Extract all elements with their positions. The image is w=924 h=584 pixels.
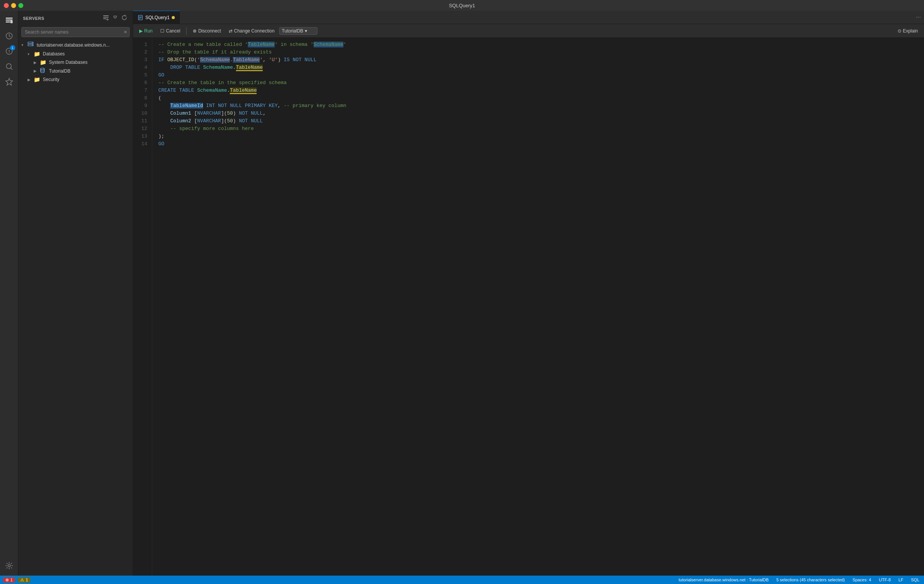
warning-count: 1 bbox=[26, 577, 28, 582]
refresh-button[interactable] bbox=[120, 14, 128, 23]
close-button[interactable] bbox=[4, 3, 9, 8]
activity-connections[interactable] bbox=[2, 14, 16, 28]
tab-more-button[interactable]: ··· bbox=[913, 14, 924, 21]
server-label: tutorialserver.database.windows.n... bbox=[37, 43, 110, 48]
change-conn-icon: ⇄ bbox=[229, 28, 233, 34]
line-number: 1 bbox=[133, 41, 152, 49]
change-connection-button[interactable]: ⇄ Change Connection bbox=[226, 27, 278, 35]
activity-history[interactable] bbox=[2, 29, 16, 43]
sidebar-header: SERVERS bbox=[18, 11, 133, 26]
svg-point-21 bbox=[32, 45, 33, 46]
toolbar: ▶ Run ☐ Cancel ⊗ Disconnect ⇄ Change Con… bbox=[133, 24, 924, 38]
activity-bar: 1 bbox=[0, 11, 18, 576]
line-ending-label: LF bbox=[898, 577, 903, 582]
run-icon: ▶ bbox=[139, 28, 143, 34]
databases-label: Databases bbox=[43, 51, 64, 57]
status-warnings[interactable]: ⚠ 1 bbox=[18, 577, 30, 582]
svg-rect-0 bbox=[6, 18, 13, 19]
code-content[interactable]: -- Create a new table called 'TableName'… bbox=[152, 38, 924, 576]
editor-area: SQLQuery1 ··· ▶ Run ☐ Cancel ⊗ Disconnec… bbox=[133, 11, 924, 576]
svg-rect-13 bbox=[103, 17, 109, 18]
tree-item-databases[interactable]: ▾ 📁 Databases bbox=[18, 50, 133, 58]
database-icon bbox=[40, 67, 48, 74]
window-title: SQLQuery1 bbox=[449, 3, 475, 8]
encoding-label: UTF-8 bbox=[879, 577, 891, 582]
activity-search[interactable] bbox=[2, 59, 16, 73]
server-icon bbox=[28, 41, 35, 49]
server-status-label: tutorialserver.database.windows.net : Tu… bbox=[678, 577, 768, 582]
tab-modified-dot bbox=[172, 16, 175, 19]
collapse-button[interactable] bbox=[111, 14, 119, 23]
server-tree: ▾ tutorialserver.database.windows.n... ▾… bbox=[18, 39, 133, 576]
disconnect-button[interactable]: ⊗ Disconnect bbox=[190, 27, 224, 35]
spaces-label: Spaces: 4 bbox=[853, 577, 871, 582]
svg-line-9 bbox=[11, 68, 12, 69]
svg-point-22 bbox=[41, 68, 45, 69]
run-button[interactable]: ▶ Run bbox=[136, 27, 156, 35]
status-selection[interactable]: 5 selections (45 characters selected) bbox=[775, 577, 846, 582]
error-count: 1 bbox=[10, 577, 13, 582]
line-number: 6 bbox=[133, 79, 152, 87]
chevron-down-icon: ▾ bbox=[21, 43, 28, 47]
titlebar-buttons bbox=[4, 3, 23, 8]
error-icon: ⊗ bbox=[5, 577, 9, 582]
tab-label: SQLQuery1 bbox=[145, 15, 170, 20]
explain-icon: ⊙ bbox=[898, 28, 901, 34]
tree-item-system-databases[interactable]: ▶ 📁 System Databases bbox=[18, 58, 133, 66]
svg-rect-14 bbox=[103, 18, 106, 19]
activity-settings[interactable] bbox=[2, 559, 16, 572]
stop-icon: ☐ bbox=[160, 28, 165, 34]
sidebar-title: SERVERS bbox=[23, 16, 45, 21]
code-editor[interactable]: 1 2 3 4 5 6 7 8 9 10 11 12 13 14 -- Crea… bbox=[133, 38, 924, 576]
chevron-right-icon: ▶ bbox=[34, 69, 40, 73]
db-selector-value: TutorialDB bbox=[282, 28, 303, 34]
folder-icon: 📁 bbox=[34, 51, 41, 57]
activity-notifications[interactable]: 1 bbox=[2, 44, 16, 58]
search-clear-button[interactable]: ✕ bbox=[124, 30, 127, 35]
cancel-button[interactable]: ☐ Cancel bbox=[157, 27, 183, 35]
minimize-button[interactable] bbox=[11, 3, 16, 8]
line-number: 12 bbox=[133, 125, 152, 133]
activity-bookmarks[interactable] bbox=[2, 75, 16, 89]
line-number: 10 bbox=[133, 110, 152, 117]
explain-button[interactable]: ⊙ Explain bbox=[894, 27, 921, 35]
chevron-down-icon: ▾ bbox=[28, 52, 34, 56]
sidebar-header-actions bbox=[102, 14, 128, 23]
toolbar-separator bbox=[186, 27, 186, 35]
search-box: ✕ bbox=[21, 27, 130, 37]
status-line-ending[interactable]: LF bbox=[897, 577, 905, 582]
titlebar: SQLQuery1 bbox=[0, 0, 924, 11]
status-language[interactable]: SQL bbox=[909, 577, 921, 582]
add-connection-button[interactable] bbox=[102, 14, 110, 23]
svg-rect-12 bbox=[103, 15, 109, 16]
chevron-right-icon: ▶ bbox=[28, 77, 34, 82]
chevron-down-icon: ▾ bbox=[305, 28, 307, 34]
line-numbers: 1 2 3 4 5 6 7 8 9 10 11 12 13 14 bbox=[133, 38, 152, 576]
line-number: 11 bbox=[133, 117, 152, 125]
status-right: tutorialserver.database.windows.net : Tu… bbox=[677, 577, 921, 582]
svg-point-7 bbox=[9, 53, 10, 53]
tree-item-security[interactable]: ▶ 📁 Security bbox=[18, 75, 133, 84]
sidebar: SERVERS bbox=[18, 11, 133, 576]
tree-item-server[interactable]: ▾ tutorialserver.database.windows.n... bbox=[18, 40, 133, 50]
status-errors[interactable]: ⊗ 1 bbox=[3, 577, 15, 582]
search-input[interactable] bbox=[21, 27, 130, 37]
notification-badge: 1 bbox=[10, 45, 15, 51]
svg-rect-2 bbox=[6, 21, 10, 23]
svg-point-3 bbox=[10, 21, 13, 23]
status-encoding[interactable]: UTF-8 bbox=[877, 577, 892, 582]
line-number: 9 bbox=[133, 102, 152, 110]
svg-point-20 bbox=[32, 43, 33, 43]
editor-tab-sqlquery1[interactable]: SQLQuery1 bbox=[133, 11, 180, 24]
language-label: SQL bbox=[911, 577, 919, 582]
maximize-button[interactable] bbox=[18, 3, 23, 8]
status-spaces[interactable]: Spaces: 4 bbox=[851, 577, 873, 582]
line-number: 13 bbox=[133, 133, 152, 140]
tree-item-tutorialdb[interactable]: ▶ TutorialDB bbox=[18, 66, 133, 75]
status-server[interactable]: tutorialserver.database.windows.net : Tu… bbox=[677, 577, 770, 582]
database-selector[interactable]: TutorialDB ▾ bbox=[279, 27, 317, 35]
security-label: Security bbox=[43, 77, 59, 82]
line-number: 7 bbox=[133, 87, 152, 94]
line-number: 5 bbox=[133, 71, 152, 79]
warning-icon: ⚠ bbox=[20, 577, 24, 582]
